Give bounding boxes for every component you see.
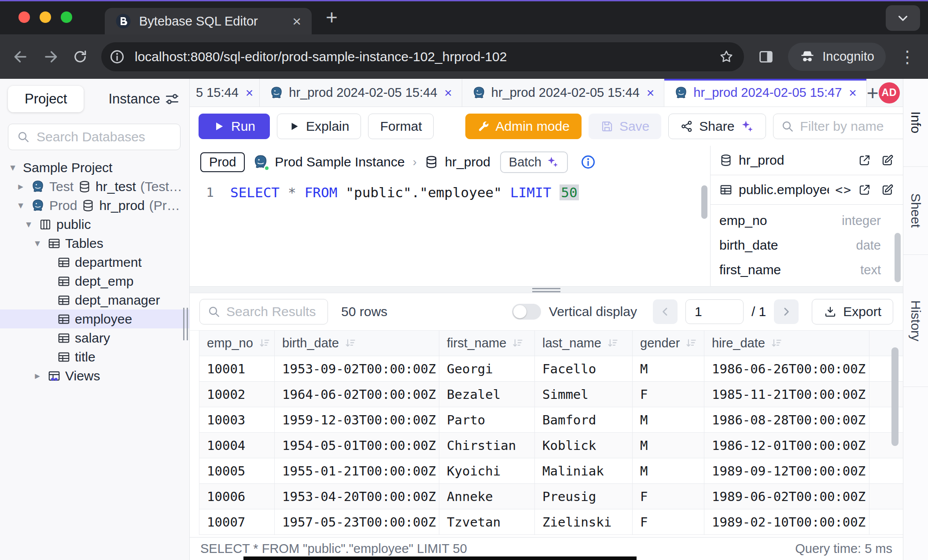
chevron-down-icon[interactable]: ▾ (23, 218, 34, 230)
close-window-button[interactable] (18, 11, 30, 23)
cell: 10004 (199, 433, 275, 458)
tab-sheet[interactable]: Sheet (903, 167, 928, 255)
chevron-down-icon[interactable]: ▾ (15, 199, 26, 211)
external-link-icon[interactable] (858, 183, 871, 196)
column-header-hire-date[interactable]: hire_date (704, 331, 869, 356)
editor-tab-active[interactable]: hr_prod 2024-02-05 15:47 × (664, 79, 867, 107)
info-circle-icon[interactable] (580, 154, 596, 170)
cell: 1953-09-02T00:00:00Z (275, 356, 439, 381)
admin-mode-button[interactable]: Admin mode (465, 114, 581, 139)
share-button[interactable]: Share (668, 114, 766, 139)
export-button[interactable]: Export (812, 299, 893, 324)
tree-item-table-department[interactable]: department (0, 253, 189, 272)
sparkles-icon (546, 155, 559, 169)
site-info-icon[interactable] (109, 49, 125, 65)
column-list-scrollbar[interactable] (895, 233, 901, 282)
save-icon (600, 120, 614, 133)
editor-tab-1[interactable]: hr_prod 2024-02-05 15:44 × (260, 79, 462, 107)
chevron-right-icon[interactable]: ▸ (32, 370, 43, 382)
close-tab-icon[interactable]: × (647, 85, 655, 100)
new-browser-tab-button[interactable]: + (326, 7, 338, 27)
batch-mode-button[interactable]: Batch (500, 151, 568, 173)
browser-tab-close-icon[interactable]: × (292, 14, 301, 29)
tree-item-table-title[interactable]: title (0, 347, 189, 366)
column-header-gender[interactable]: gender (633, 331, 704, 356)
address-bar[interactable]: localhost:8080/sql-editor/prod-sample-in… (101, 42, 744, 71)
column-header-first-name[interactable]: first_name (439, 331, 535, 356)
tree-item-hr-test[interactable]: ▸ Test hr_test (Test… (0, 177, 189, 196)
back-icon[interactable] (12, 48, 29, 65)
splitter-handle[interactable] (532, 288, 560, 294)
breadcrumb-instance[interactable]: Prod Sample Instance (253, 154, 405, 170)
tree-item-views[interactable]: ▸ Views (0, 366, 189, 385)
forward-icon[interactable] (42, 48, 59, 65)
prev-page-button[interactable] (653, 299, 678, 324)
results-scrollbar[interactable] (891, 347, 899, 446)
new-query-tab-button[interactable]: + (867, 79, 879, 107)
next-page-button[interactable] (774, 299, 799, 324)
editor-toolbar: Run Explain Format Admin mode Save Share (190, 107, 903, 146)
tree-item-project[interactable]: ▾ Sample Project (0, 158, 189, 177)
tree-item-table-dept-emp[interactable]: dept_emp (0, 272, 189, 291)
external-link-icon[interactable] (858, 154, 871, 167)
maximize-window-button[interactable] (61, 11, 72, 23)
cell: 10005 (199, 458, 275, 483)
page-number-input[interactable] (685, 299, 744, 324)
column-header-birth-date[interactable]: birth_date (275, 331, 439, 356)
chevron-right-icon[interactable]: ▸ (15, 181, 26, 192)
tab-project[interactable]: Project (8, 86, 84, 112)
browser-tab[interactable]: Bytebase SQL Editor × (105, 8, 312, 34)
tree-item-table-salary[interactable]: salary (0, 328, 189, 347)
tree-item-table-employee-selected[interactable]: employee (0, 309, 189, 328)
explain-button[interactable]: Explain (277, 114, 361, 139)
user-avatar[interactable]: AD (879, 82, 900, 103)
tree-item-table-dept-manager[interactable]: dept_manager (0, 291, 189, 309)
view-ddl-icon[interactable]: <> (835, 183, 852, 197)
save-button[interactable]: Save (589, 114, 661, 139)
sidebar-resize-handle[interactable] (183, 308, 188, 340)
sql-code-area[interactable]: 1 SELECT * FROM "public"."employee" LIMI… (190, 178, 710, 286)
table-icon (48, 237, 61, 250)
results-search-input[interactable] (226, 304, 320, 319)
minimize-window-button[interactable] (40, 11, 51, 23)
format-button[interactable]: Format (368, 114, 434, 139)
database-search-box[interactable] (8, 124, 180, 150)
filter-sliders-icon[interactable] (164, 91, 180, 107)
editor-tab-overflow[interactable]: 5 15:44 × (190, 79, 260, 107)
tab-instance[interactable]: Instance (108, 91, 160, 107)
column-header-last-name[interactable]: last_name (535, 331, 633, 356)
vertical-display-toggle[interactable] (512, 304, 541, 320)
tree-item-hr-prod[interactable]: ▾ Prod hr_prod (Pr… (0, 196, 189, 215)
close-tab-icon[interactable]: × (444, 85, 452, 100)
cell: Maliniak (535, 458, 633, 483)
breadcrumb-database[interactable]: hr_prod (424, 155, 490, 169)
browser-menu-icon[interactable]: ⋮ (899, 48, 916, 65)
chevron-down-icon[interactable]: ▾ (32, 237, 43, 249)
edit-icon[interactable] (881, 183, 894, 196)
editor-tab-2[interactable]: hr_prod 2024-02-05 15:44 × (462, 79, 665, 107)
side-panel-icon[interactable] (757, 48, 775, 66)
column-header-emp-no[interactable]: emp_no (199, 331, 275, 356)
reload-icon[interactable] (72, 49, 88, 65)
results-search-box[interactable] (199, 299, 328, 324)
tree-item-tables[interactable]: ▾ Tables (0, 234, 189, 253)
column-type: text (860, 263, 894, 277)
sidebar: Project Instance ▾ Sample Project ▸ Test… (0, 79, 190, 560)
tab-search-button[interactable] (886, 5, 920, 31)
close-tab-icon[interactable]: × (849, 85, 857, 100)
run-button[interactable]: Run (199, 114, 270, 139)
tables-group-label: Tables (65, 236, 103, 251)
tree-item-schema-public[interactable]: ▾ public (0, 215, 189, 234)
database-search-input[interactable] (37, 129, 172, 144)
edit-icon[interactable] (881, 154, 894, 167)
bookmark-star-icon[interactable] (718, 49, 734, 65)
tab-history[interactable]: History (903, 255, 928, 387)
chevron-down-icon[interactable]: ▾ (7, 162, 18, 173)
desktop-dock-sliver (243, 556, 637, 560)
tab-info[interactable]: Info (903, 79, 928, 167)
horizontal-splitter[interactable] (190, 286, 903, 293)
close-tab-icon[interactable]: × (246, 85, 254, 100)
browser-chrome: Bytebase SQL Editor × + localhost:8080/s… (0, 0, 928, 79)
url-text[interactable]: localhost:8080/sql-editor/prod-sample-in… (135, 49, 709, 64)
editor-scrollbar[interactable] (701, 185, 707, 219)
